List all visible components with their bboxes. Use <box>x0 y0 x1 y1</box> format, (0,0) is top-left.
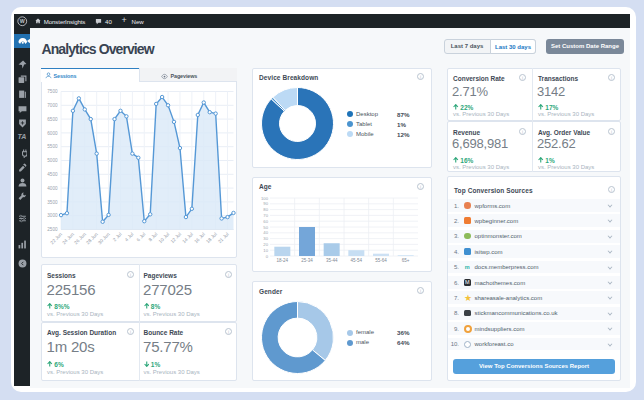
svg-text:20: 20 <box>263 242 268 247</box>
svg-text:30 Jun: 30 Jun <box>97 231 111 245</box>
svg-text:25-34: 25-34 <box>301 258 313 263</box>
svg-text:80: 80 <box>263 207 268 212</box>
svg-text:100: 100 <box>261 196 269 201</box>
svg-text:5500: 5500 <box>47 144 58 149</box>
svg-text:90: 90 <box>263 201 268 206</box>
svg-text:50: 50 <box>263 225 268 230</box>
svg-text:45-54: 45-54 <box>351 258 363 263</box>
svg-text:24 Jun: 24 Jun <box>61 231 75 245</box>
svg-text:7000: 7000 <box>47 103 58 108</box>
svg-text:55-64: 55-64 <box>375 258 387 263</box>
svg-text:6 Jul: 6 Jul <box>136 232 147 243</box>
svg-text:26 Jun: 26 Jun <box>73 231 87 245</box>
svg-text:16 Jul: 16 Jul <box>193 232 206 245</box>
svg-text:6500: 6500 <box>47 117 58 122</box>
svg-text:10: 10 <box>263 248 268 253</box>
svg-text:4000: 4000 <box>47 186 58 191</box>
svg-text:35-44: 35-44 <box>326 258 338 263</box>
svg-text:30: 30 <box>263 236 268 241</box>
svg-text:W: W <box>20 18 25 24</box>
svg-text:4500: 4500 <box>47 172 58 177</box>
svg-text:3500: 3500 <box>47 200 58 205</box>
svg-text:18 Jul: 18 Jul <box>205 232 218 245</box>
svg-text:18-24: 18-24 <box>277 258 289 263</box>
svg-text:6000: 6000 <box>47 131 58 136</box>
svg-text:21 Jul: 21 Jul <box>217 232 230 245</box>
svg-text:2 Jul: 2 Jul <box>112 232 123 243</box>
svg-text:70: 70 <box>263 213 268 218</box>
svg-text:65+: 65+ <box>402 258 410 263</box>
svg-text:10 Jul: 10 Jul <box>158 232 171 245</box>
svg-text:12 Jul: 12 Jul <box>170 232 183 245</box>
svg-text:0: 0 <box>266 254 269 259</box>
svg-text:14 Jul: 14 Jul <box>181 232 194 245</box>
svg-text:22 Jun: 22 Jun <box>49 231 63 245</box>
svg-text:7500: 7500 <box>47 89 58 94</box>
svg-text:3000: 3000 <box>47 213 58 218</box>
svg-text:60: 60 <box>263 219 268 224</box>
svg-text:4 Jul: 4 Jul <box>124 232 135 243</box>
svg-text:40: 40 <box>263 230 268 235</box>
svg-text:2500: 2500 <box>47 227 58 232</box>
svg-text:28 Jun: 28 Jun <box>85 231 99 245</box>
svg-text:5000: 5000 <box>47 158 58 163</box>
